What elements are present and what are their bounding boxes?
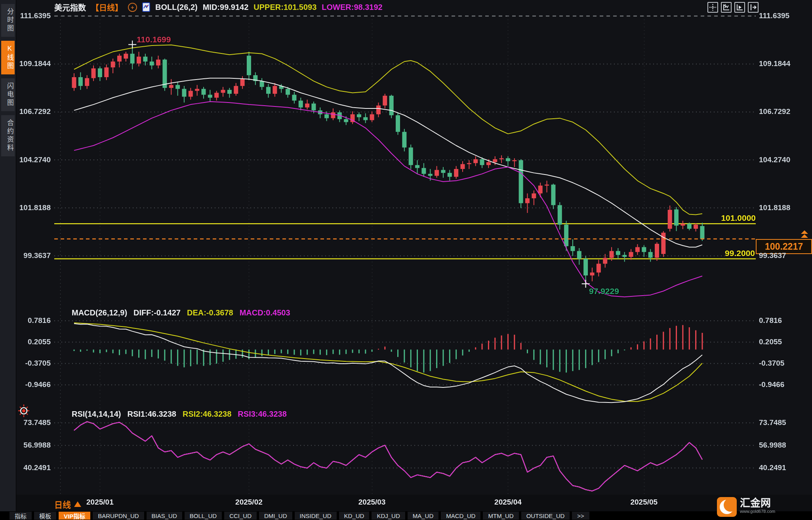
price-axis-label-left: 99.3637 (0, 251, 51, 260)
macd-axis-label-left: 0.2055 (0, 337, 51, 347)
tab-VIP指标[interactable]: VIP指标 (59, 512, 90, 520)
macd-axis-label-right: 0.2055 (759, 337, 810, 347)
tab-指标[interactable]: 指标 (10, 512, 32, 520)
add-compare-icon[interactable]: + (128, 3, 137, 12)
price-up-chevrons-icon (801, 230, 808, 238)
rsi2-value: RSI2:46.3238 (183, 410, 231, 419)
indicator-tabbar: 指标模板VIP指标BARUPDN_UDBIAS_UDBOLL_UDCCI_UDD… (0, 511, 812, 520)
high-price-annotation: 110.1699 (137, 35, 171, 44)
chart-toolbar (707, 2, 759, 13)
tab-BARUPDN_UD[interactable]: BARUPDN_UD (93, 512, 144, 520)
chart-header: 美元指数 【日线】 + BOLL(26,2) MID:99.9142 UPPER… (54, 2, 383, 13)
boll-indicator-label: BOLL(26,2) (155, 3, 198, 12)
tab-CCI_UD[interactable]: CCI_UD (224, 512, 257, 520)
price-axis-label-left: 106.7292 (0, 107, 51, 116)
price-axis-label-right: 101.8188 (759, 203, 810, 213)
rsi-axis-label-left: 40.2491 (0, 463, 51, 473)
tab-INSIDE_UD[interactable]: INSIDE_UD (295, 512, 337, 520)
rsi-indicator-label: RSI(14,14,14) (72, 410, 121, 419)
price-axis-label-right: 104.2740 (759, 155, 810, 165)
alert-dot-icon (17, 404, 30, 419)
tab-OUTSIDE_UD[interactable]: OUTSIDE_UD (521, 512, 570, 520)
macd-dea-value: DEA:-0.3678 (187, 308, 233, 317)
boll-upper-value: UPPER:101.5093 (254, 3, 316, 12)
macd-axis-label-left: -0.3705 (0, 359, 51, 368)
tab-KD_UD[interactable]: KD_UD (339, 512, 370, 520)
tab-BIAS_UD[interactable]: BIAS_UD (147, 512, 182, 520)
tab->>[interactable]: >> (572, 512, 589, 520)
price-axis-label-left: 109.1844 (0, 59, 51, 68)
rsi-axis-label-left: 73.7485 (0, 418, 51, 427)
logo-url: www.gold678.com (740, 509, 775, 514)
sidebar-item-闪电图[interactable]: 闪电图 (1, 78, 15, 111)
tab-BOLL_UD[interactable]: BOLL_UD (185, 512, 222, 520)
macd-header: MACD(26,12,9) DIFF:-0.1427 DEA:-0.3678 M… (72, 308, 290, 317)
price-axis-label-left: 104.2740 (0, 155, 51, 165)
price-axis-label-right: 106.7292 (759, 107, 810, 116)
site-logo: 汇金网 www.gold678.com (717, 497, 775, 517)
price-axis-label-right: 111.6395 (759, 11, 810, 21)
pan-crosshair-button[interactable] (707, 2, 718, 13)
price-axis-label-right: 109.1844 (759, 59, 810, 68)
rsi-axis-label-right: 73.7485 (759, 418, 810, 427)
hline-101-label: 101.0000 (650, 213, 756, 223)
date-axis-label: 2025/04 (480, 498, 536, 507)
macd-indicator-label: MACD(26,12,9) (72, 308, 127, 317)
macd-axis-label-left: -0.9466 (0, 380, 51, 389)
axis-zoom-play-button[interactable] (734, 2, 745, 13)
sidebar-item-合约资料[interactable]: 合约资料 (1, 115, 15, 156)
macd-axis-label-right: -0.3705 (759, 359, 810, 368)
rsi-axis-label-right: 40.2491 (759, 463, 810, 473)
period-dropdown-label[interactable]: 日线 (54, 498, 71, 510)
macd-value: MACD:0.4503 (240, 308, 290, 317)
date-axis-label: 2025/01 (72, 498, 128, 507)
date-axis-label: 2025/02 (221, 498, 276, 507)
tab-MA_UD[interactable]: MA_UD (408, 512, 439, 520)
logo-icon (717, 497, 737, 517)
date-axis-label: 2025/03 (344, 498, 400, 507)
rsi-axis-label-right: 56.9988 (759, 440, 810, 450)
logo-title: 汇金网 (740, 497, 775, 509)
boll-lower-value: LOWER:98.3192 (322, 3, 382, 12)
low-price-annotation: 97.9229 (589, 287, 619, 296)
tab-模板[interactable]: 模板 (34, 512, 56, 520)
boll-mid-value: MID:99.9142 (203, 3, 249, 12)
shift-right-button[interactable] (748, 2, 759, 13)
sidebar-item-K线图[interactable]: K线图 (1, 41, 15, 74)
price-axis-label-left: 111.6395 (0, 11, 51, 21)
rsi3-value: RSI3:46.3238 (238, 410, 286, 419)
tab-KDJ_UD[interactable]: KDJ_UD (372, 512, 405, 520)
macd-diff-value: DIFF:-0.1427 (133, 308, 181, 317)
indicator-chart-icon (142, 2, 150, 12)
rsi-header: RSI(14,14,14) RSI1:46.3238 RSI2:46.3238 … (72, 410, 287, 419)
instrument-title: 美元指数 (54, 2, 86, 13)
macd-axis-label-left: 0.7816 (0, 316, 51, 325)
tab-MTM_UD[interactable]: MTM_UD (483, 512, 518, 520)
hline-99-label: 99.2000 (650, 249, 755, 258)
rsi1-value: RSI1:46.3238 (128, 410, 176, 419)
tab-DMI_UD[interactable]: DMI_UD (259, 512, 292, 520)
tab-MACD_UD[interactable]: MACD_UD (441, 512, 480, 520)
period-badge[interactable]: 【日线】 (91, 2, 123, 13)
macd-axis-label-right: 0.7816 (759, 316, 810, 325)
rsi-axis-label-left: 56.9988 (0, 440, 51, 450)
macd-axis-label-right: -0.9466 (759, 380, 810, 389)
price-axis-label-left: 101.8188 (0, 203, 51, 213)
price-axis-label-right: 99.3637 (759, 251, 810, 260)
date-axis-label: 2025/05 (616, 498, 672, 507)
chart-canvas[interactable] (0, 0, 812, 520)
axis-zoom-out-button[interactable] (721, 2, 732, 13)
